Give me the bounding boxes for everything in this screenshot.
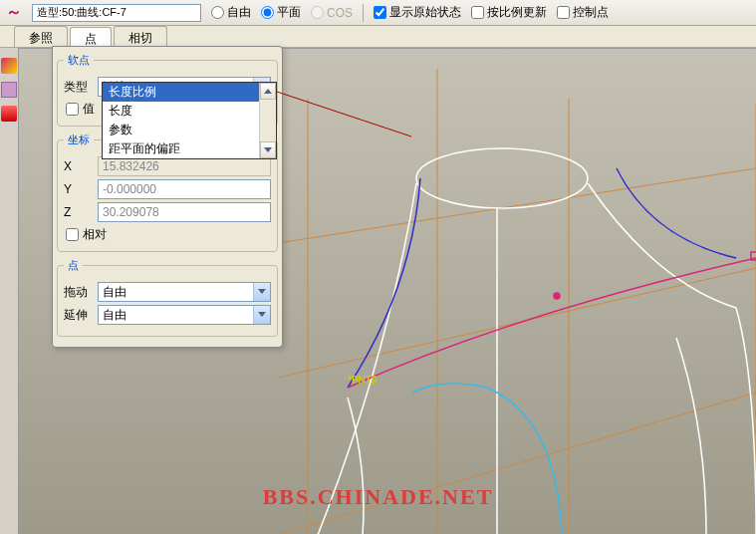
dropdown-scrollbar[interactable] — [259, 83, 276, 158]
tool-icon-3[interactable] — [1, 106, 17, 122]
svg-point-9 — [554, 293, 560, 299]
y-input[interactable] — [98, 179, 271, 199]
watermark-text: BBS.CHINADE.NET — [263, 484, 494, 510]
type-label: 类型 — [64, 79, 92, 96]
dropdown-option[interactable]: 长度 — [103, 102, 276, 121]
drag-combo[interactable]: 自由 — [98, 282, 271, 302]
tab-point[interactable]: 点 — [70, 27, 112, 48]
extend-combo[interactable]: 自由 — [98, 305, 271, 325]
scroll-up-icon[interactable] — [260, 83, 276, 100]
constraint-radio-group: 自由 平面 COS — [211, 4, 353, 21]
relative-checkbox[interactable] — [66, 228, 79, 241]
tool-icon-1[interactable] — [1, 58, 17, 74]
check-control-points[interactable]: 控制点 — [557, 4, 609, 21]
svg-point-7 — [416, 148, 588, 208]
type-dropdown-list[interactable]: 长度比例 长度 参数 距平面的偏距 — [102, 82, 277, 159]
x-input[interactable] — [98, 156, 271, 176]
chevron-down-icon — [253, 306, 270, 324]
radio-plane[interactable]: 平面 — [261, 4, 301, 21]
svg-line-11 — [262, 87, 411, 136]
value-label: 值 — [83, 101, 95, 118]
z-input[interactable] — [98, 202, 271, 222]
tool-icon-2[interactable] — [1, 82, 17, 98]
point-label: *PNT0 — [348, 375, 377, 386]
group-point: 点 拖动 自由 延伸 自由 — [57, 258, 278, 337]
tab-tangent[interactable]: 相切 — [114, 26, 167, 47]
check-show-original[interactable]: 显示原始状态 — [374, 4, 461, 21]
extend-label: 延伸 — [64, 307, 92, 324]
scroll-down-icon[interactable] — [260, 141, 276, 158]
dropdown-option[interactable]: 参数 — [103, 121, 276, 139]
relative-label: 相对 — [83, 226, 107, 243]
value-checkbox[interactable] — [66, 103, 79, 116]
check-scale-update[interactable]: 按比例更新 — [471, 4, 547, 21]
tab-reference[interactable]: 参照 — [14, 26, 68, 47]
dropdown-option[interactable]: 距平面的偏距 — [103, 139, 276, 158]
radio-cos[interactable]: COS — [311, 6, 353, 20]
display-check-group: 显示原始状态 按比例更新 控制点 — [374, 4, 609, 21]
annotation-arrow — [257, 82, 416, 141]
curve-icon: ～ — [6, 2, 22, 23]
panel-tabs: 参照 点 相切 — [0, 26, 756, 48]
top-toolbar: ～ 自由 平面 COS 显示原始状态 按比例更新 控制点 — [0, 0, 756, 26]
left-icon-bar — [0, 48, 18, 122]
radio-free[interactable]: 自由 — [211, 4, 251, 21]
model-selector-input[interactable] — [32, 4, 201, 22]
svg-line-4 — [278, 168, 756, 243]
dropdown-option[interactable]: 长度比例 — [103, 83, 276, 102]
chevron-down-icon — [253, 283, 270, 301]
svg-line-6 — [278, 393, 756, 534]
drag-label: 拖动 — [64, 284, 92, 301]
